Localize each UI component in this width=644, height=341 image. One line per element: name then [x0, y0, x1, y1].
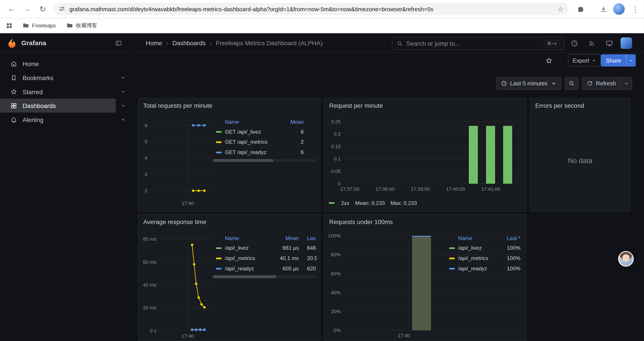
- help-icon[interactable]: ?: [568, 37, 581, 50]
- profile-avatar[interactable]: [613, 3, 625, 15]
- downloads-icon[interactable]: [597, 3, 610, 16]
- series-color-dash: [216, 141, 222, 143]
- legend-row[interactable]: /api/_readyz605 µs620: [212, 263, 317, 274]
- legend-cell: 661 µs: [274, 245, 299, 251]
- legend-cell: /api/_metrics: [458, 255, 501, 261]
- legend-row[interactable]: /api/_readyz100%: [446, 263, 520, 274]
- grafana-logo-icon[interactable]: [7, 38, 17, 48]
- news-rss-icon[interactable]: [585, 37, 598, 50]
- bookmark-star-icon[interactable]: ☆: [558, 5, 564, 13]
- user-avatar[interactable]: [620, 37, 632, 49]
- svg-text:17:40: 17:40: [398, 333, 410, 338]
- refresh-control: Refresh: [582, 77, 632, 90]
- refresh-button[interactable]: Refresh: [582, 77, 620, 90]
- bookmark-item[interactable]: Freeleaps: [22, 22, 56, 29]
- browser-menu-icon[interactable]: ⋮: [629, 3, 642, 16]
- breadcrumb-home[interactable]: Home: [146, 40, 162, 47]
- sidebar-item-bookmarks[interactable]: Bookmarks: [0, 71, 116, 85]
- chevron-down-icon[interactable]: [116, 85, 130, 99]
- address-bar[interactable]: grafana.mathmast.com/d/deytv4rwavabkb/fr…: [54, 3, 568, 15]
- sidebar-item-home[interactable]: Home: [0, 57, 130, 71]
- apps-icon: [10, 102, 17, 109]
- sidebar-item-label: Alerting: [22, 116, 44, 123]
- legend-max: Max: 0.233: [390, 200, 417, 206]
- sidebar-item-dashboards[interactable]: Dashboards: [0, 99, 116, 113]
- time-range-label: Last 5 minutes: [510, 80, 548, 87]
- back-button[interactable]: ←: [5, 3, 18, 16]
- share-label: Share: [601, 54, 626, 67]
- legend-row[interactable]: /api/_livez661 µs646: [212, 243, 317, 253]
- bookmark-item[interactable]: 收藏博客: [66, 22, 97, 29]
- legend-scrollbar[interactable]: [212, 159, 317, 162]
- legend-cell: 100%: [501, 245, 520, 251]
- favorite-star-icon[interactable]: [542, 54, 556, 67]
- legend-row[interactable]: /api/_livez100%: [446, 243, 520, 253]
- assistant-avatar-button[interactable]: [618, 251, 634, 267]
- legend-cell: 646: [299, 245, 317, 251]
- chevron-down-icon[interactable]: [116, 99, 130, 113]
- sidebar-item-label: Dashboards: [22, 102, 56, 109]
- zoom-out-icon: [568, 80, 575, 87]
- url-input[interactable]: grafana.mathmast.com/d/deytv4rwavabkb/fr…: [69, 6, 554, 12]
- chevron-down-icon[interactable]: [116, 113, 130, 127]
- time-range-picker[interactable]: Last 5 minutes: [496, 77, 562, 90]
- chevron-down-icon: [592, 58, 596, 63]
- svg-text:17:40: 17:40: [182, 333, 194, 339]
- legend-cell: /api/_metrics: [225, 255, 274, 261]
- legend-cell: 620: [299, 265, 317, 272]
- legend-cell: /api/_livez: [458, 245, 501, 251]
- panel-request-per-minute: Request per minute 0.250.20.150.10.05017…: [324, 98, 526, 212]
- kiosk-monitor-icon[interactable]: [602, 37, 616, 50]
- sidebar-row: Starred: [0, 85, 130, 99]
- site-settings-icon[interactable]: [59, 6, 65, 12]
- legend-item[interactable]: 2xx: [329, 200, 350, 206]
- collapse-sidebar-icon[interactable]: [113, 37, 124, 49]
- chevron-down-icon: [550, 80, 557, 87]
- refresh-icon: [586, 80, 593, 87]
- sidebar-row: Alerting: [0, 113, 130, 127]
- main-area: Home › Dashboards › Freeleaps Metrics Da…: [130, 33, 644, 341]
- legend-header: Las: [299, 235, 317, 241]
- legend-row[interactable]: GET /api/_readyz6: [212, 147, 304, 157]
- export-button[interactable]: Export: [568, 54, 601, 67]
- legend-scrollbar[interactable]: [212, 275, 317, 278]
- scrollbar-thumb[interactable]: [212, 275, 276, 278]
- legend-header: Name: [225, 235, 274, 241]
- forward-button[interactable]: →: [20, 3, 34, 16]
- chevron-down-icon[interactable]: [116, 71, 130, 85]
- svg-text:0 s: 0 s: [150, 328, 156, 333]
- svg-text:17:41:00: 17:41:00: [481, 186, 500, 192]
- legend-row[interactable]: GET /api/_livez6: [212, 127, 304, 137]
- search-input[interactable]: Search or jump to... ⌘+k: [392, 37, 564, 50]
- sidebar-item-starred[interactable]: Starred: [0, 85, 116, 99]
- panel-title[interactable]: Errors per second: [530, 98, 630, 109]
- share-chevron-icon[interactable]: [626, 54, 636, 67]
- sidebar-item-alerting[interactable]: Alerting: [0, 113, 116, 127]
- svg-text:?: ?: [573, 41, 575, 45]
- breadcrumb-dashboards[interactable]: Dashboards: [172, 40, 206, 47]
- legend-row[interactable]: GET /api/_metrics2: [212, 137, 304, 147]
- svg-text:80%: 80%: [331, 252, 341, 257]
- export-label: Export: [572, 57, 589, 64]
- legend-row[interactable]: /api/_metrics40.1 ms20.5 m: [212, 253, 317, 263]
- legend-label: 2xx: [341, 200, 350, 206]
- reload-button[interactable]: ↻: [36, 3, 49, 16]
- legend-cell: 6: [279, 149, 304, 155]
- svg-text:17:40:00: 17:40:00: [446, 186, 465, 192]
- legend-row[interactable]: /api/_metrics100%: [446, 253, 520, 263]
- series-color-dash: [449, 257, 455, 259]
- legend-cell: /api/_readyz: [225, 265, 274, 272]
- share-button[interactable]: Share: [601, 54, 636, 67]
- no-data-message: No data: [530, 111, 630, 212]
- refresh-interval-chevron[interactable]: [620, 77, 632, 90]
- scrollbar-thumb[interactable]: [212, 159, 273, 162]
- svg-text:0.15: 0.15: [331, 144, 341, 149]
- svg-text:5: 5: [145, 139, 148, 144]
- legend-cell: 100%: [501, 265, 520, 272]
- folder-icon: [22, 22, 29, 29]
- svg-text:0.2: 0.2: [334, 131, 341, 137]
- svg-text:0.25: 0.25: [331, 119, 341, 124]
- extensions-icon[interactable]: [574, 3, 587, 16]
- apps-grid-icon[interactable]: [6, 22, 13, 29]
- zoom-out-button[interactable]: [565, 77, 579, 90]
